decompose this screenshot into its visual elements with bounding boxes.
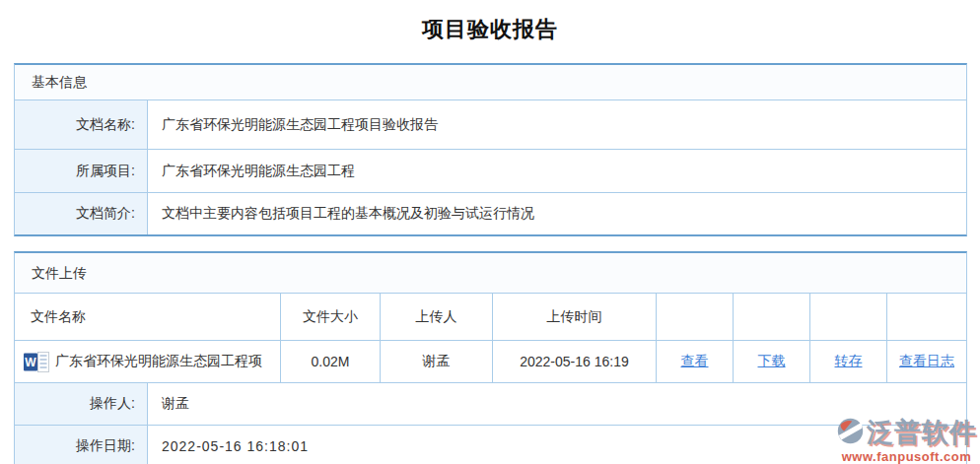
view-log-link[interactable]: 查看日志 (899, 353, 954, 370)
doc-summary-label: 文档简介: (15, 193, 148, 234)
column-header-file-name: 文件名称 (15, 294, 281, 340)
doc-summary-value: 文档中主要内容包括项目工程的基本概况及初验与试运行情况 (148, 193, 966, 234)
transfer-save-link[interactable]: 转存 (835, 353, 863, 370)
file-upload-time-cell: 2022-05-16 16:19 (493, 341, 657, 382)
project-label: 所属项目: (15, 150, 148, 192)
doc-name-label: 文档名称: (15, 100, 148, 149)
column-header-action-3 (810, 294, 887, 340)
file-table-header-row: 文件名称 文件大小 上传人 上传时间 (15, 293, 966, 340)
file-size-cell: 0.02M (281, 341, 381, 382)
operation-date-row: 操作日期: 2022-05-16 16:18:01 (15, 425, 966, 464)
word-file-icon: W (24, 352, 49, 372)
file-uploader-cell: 谢孟 (381, 341, 493, 382)
operator-row: 操作人: 谢孟 (15, 382, 966, 425)
column-header-action-1 (657, 294, 734, 340)
view-link[interactable]: 查看 (681, 353, 709, 370)
doc-name-value: 广东省环保光明能源生态园工程项目验收报告 (148, 100, 966, 149)
column-header-action-4 (887, 294, 966, 340)
file-name-cell: W 广东省环保光明能源生态园工程项 (15, 341, 281, 382)
file-upload-section-header: 文件上传 (15, 253, 966, 293)
operator-label: 操作人: (15, 383, 148, 425)
project-acceptance-report-page: 项目验收报告 基本信息 文档名称: 广东省环保光明能源生态园工程项目验收报告 所… (0, 0, 980, 464)
file-name-text: 广东省环保光明能源生态园工程项 (55, 353, 262, 370)
column-header-file-size: 文件大小 (281, 294, 381, 340)
project-row: 所属项目: 广东省环保光明能源生态园工程 (15, 149, 966, 192)
basic-info-section: 基本信息 文档名称: 广东省环保光明能源生态园工程项目验收报告 所属项目: 广东… (14, 63, 967, 236)
column-header-action-2 (734, 294, 810, 340)
column-header-upload-time: 上传时间 (493, 294, 657, 340)
operation-date-value: 2022-05-16 16:18:01 (148, 426, 966, 464)
operator-value: 谢孟 (148, 383, 966, 425)
file-table-row: W 广东省环保光明能源生态园工程项 0.02M 谢孟 2022-05-16 16… (15, 340, 966, 382)
file-action-download-cell: 下载 (734, 341, 810, 382)
file-upload-section: 文件上传 文件名称 文件大小 上传人 上传时间 W (14, 251, 967, 464)
svg-text:W: W (25, 356, 36, 369)
operation-date-label: 操作日期: (15, 426, 148, 464)
doc-name-row: 文档名称: 广东省环保光明能源生态园工程项目验收报告 (15, 99, 966, 149)
page-title: 项目验收报告 (0, 0, 980, 44)
download-link[interactable]: 下载 (758, 353, 786, 370)
file-action-view-cell: 查看 (657, 341, 734, 382)
project-value: 广东省环保光明能源生态园工程 (148, 150, 966, 192)
basic-info-section-header: 基本信息 (15, 65, 966, 99)
file-action-viewlog-cell: 查看日志 (887, 341, 966, 382)
column-header-uploader: 上传人 (381, 294, 493, 340)
doc-summary-row: 文档简介: 文档中主要内容包括项目工程的基本概况及初验与试运行情况 (15, 192, 966, 234)
file-action-transfer-cell: 转存 (810, 341, 887, 382)
